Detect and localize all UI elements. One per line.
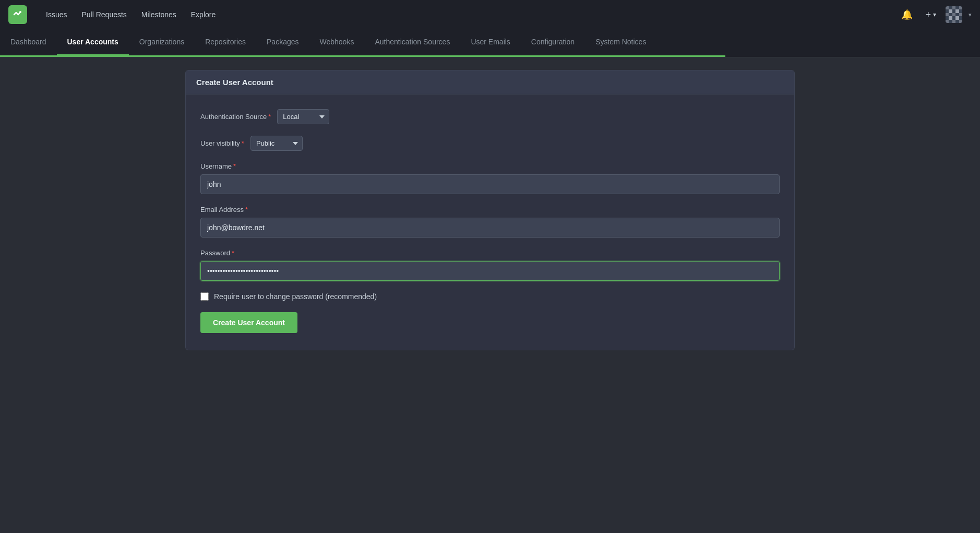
email-group: Email Address* <box>200 206 780 238</box>
user-visibility-select[interactable]: Public Private Limited <box>250 136 303 151</box>
secondary-nav: Dashboard User Accounts Organizations Re… <box>0 29 980 57</box>
tab-dashboard[interactable]: Dashboard <box>0 29 57 55</box>
plus-icon: + <box>925 9 931 20</box>
auth-source-row: Authentication Source* Local LDAP PAM <box>200 109 780 124</box>
form-card-header: Create User Account <box>186 70 794 94</box>
secondary-nav-list: Dashboard User Accounts Organizations Re… <box>0 29 980 55</box>
app-logo[interactable] <box>8 5 27 24</box>
bell-icon: 🔔 <box>901 9 913 20</box>
username-required: * <box>233 162 236 170</box>
auth-source-group: Authentication Source* Local LDAP PAM <box>200 109 780 124</box>
tab-authentication-sources[interactable]: Authentication Sources <box>364 29 460 55</box>
nav-explore[interactable]: Explore <box>185 6 222 23</box>
progress-bar <box>0 55 725 57</box>
user-visibility-row: User visibility* Public Private Limited <box>200 136 780 151</box>
main-content: Create User Account Authentication Sourc… <box>177 57 803 363</box>
nav-issues[interactable]: Issues <box>40 6 73 23</box>
tab-webhooks[interactable]: Webhooks <box>309 29 365 55</box>
tab-user-emails[interactable]: User Emails <box>460 29 520 55</box>
email-required: * <box>245 206 248 214</box>
auth-source-label: Authentication Source* <box>200 113 271 121</box>
username-input[interactable] <box>200 174 780 194</box>
tab-repositories[interactable]: Repositories <box>195 29 256 55</box>
require-change-label[interactable]: Require user to change password (recomme… <box>214 292 377 301</box>
svg-point-1 <box>19 11 21 13</box>
tab-configuration[interactable]: Configuration <box>521 29 585 55</box>
password-input[interactable] <box>200 261 780 281</box>
create-user-button[interactable]: Create User Account <box>200 312 297 333</box>
password-group: Password* <box>200 249 780 281</box>
require-change-row: Require user to change password (recomme… <box>200 292 780 301</box>
tab-user-accounts[interactable]: User Accounts <box>57 29 129 55</box>
avatar-image <box>946 6 962 23</box>
auth-source-select[interactable]: Local LDAP PAM <box>277 109 329 124</box>
create-user-form-card: Create User Account Authentication Sourc… <box>185 70 795 350</box>
form-title: Create User Account <box>196 78 784 87</box>
password-label: Password* <box>200 249 780 257</box>
user-avatar-dropdown-icon: ▾ <box>969 11 972 18</box>
nav-pull-requests[interactable]: Pull Requests <box>75 6 133 23</box>
username-label: Username* <box>200 162 780 170</box>
user-visibility-label: User visibility* <box>200 139 244 147</box>
main-nav: Issues Pull Requests Milestones Explore <box>40 6 886 23</box>
auth-source-required: * <box>268 113 271 121</box>
top-navbar: Issues Pull Requests Milestones Explore … <box>0 0 980 29</box>
email-input[interactable] <box>200 218 780 238</box>
username-group: Username* <box>200 162 780 194</box>
nav-milestones[interactable]: Milestones <box>135 6 183 23</box>
notification-button[interactable]: 🔔 <box>898 6 916 23</box>
require-change-checkbox[interactable] <box>200 292 209 301</box>
tab-packages[interactable]: Packages <box>256 29 309 55</box>
tab-organizations[interactable]: Organizations <box>129 29 195 55</box>
user-visibility-group: User visibility* Public Private Limited <box>200 136 780 151</box>
user-visibility-required: * <box>242 139 244 147</box>
form-card-body: Authentication Source* Local LDAP PAM Us… <box>186 94 794 350</box>
dropdown-arrow-icon: ▾ <box>933 11 936 18</box>
email-label: Email Address* <box>200 206 780 214</box>
navbar-right: 🔔 + ▾ ▾ <box>898 6 972 23</box>
create-button[interactable]: + ▾ <box>922 6 939 23</box>
user-avatar[interactable] <box>946 6 962 23</box>
tab-system-notices[interactable]: System Notices <box>585 29 656 55</box>
password-required: * <box>232 249 234 257</box>
